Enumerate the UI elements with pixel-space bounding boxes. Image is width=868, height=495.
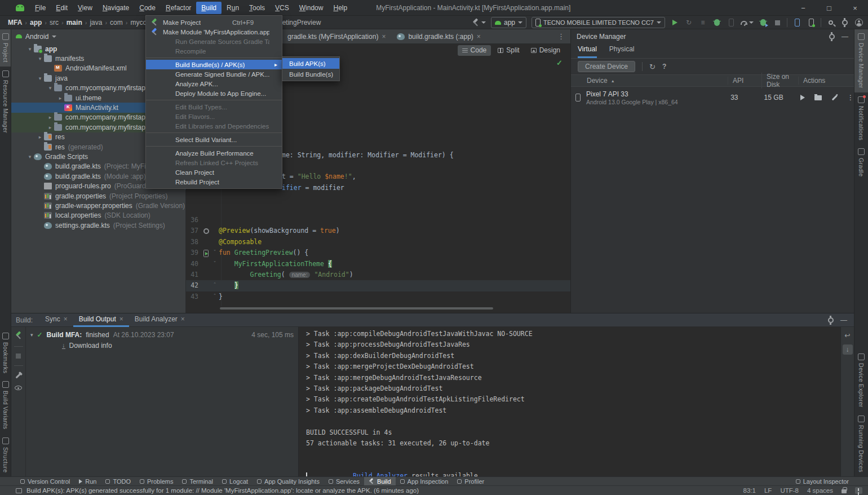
code-line[interactable]: 39ˇfun GreetingPreview() { [186,248,570,258]
status-message[interactable]: Build APK(s): APK(s) generated successfu… [26,487,419,494]
breadcrumb-item[interactable]: app › [29,19,48,26]
close-icon[interactable]: × [181,315,185,323]
close-icon[interactable]: × [64,315,68,323]
menu-item[interactable]: Edit Build Types... [146,102,282,112]
menu-item[interactable]: Analyze APK... [146,79,282,89]
menu-item[interactable]: Recompile [146,46,282,58]
tool-window-button[interactable]: App Quality Insights [253,477,324,486]
editor-tab[interactable]: build.gradle.kts (:app) × [391,29,486,44]
attach-debugger-icon[interactable] [759,18,768,27]
settings-gear-icon[interactable] [840,18,849,27]
menu-item[interactable]: Generate Signed Bundle / APK... [146,69,282,79]
debug-button[interactable] [712,18,721,27]
settings-gear-icon[interactable] [829,34,835,39]
breadcrumb-tail[interactable]: reetingPreview [276,19,321,26]
tree-item[interactable]: local.properties (SDK Location) [11,211,185,220]
run-preview-gutter-icon[interactable] [202,248,211,258]
menubar-item[interactable]: Help [328,2,352,14]
build-panel-tab[interactable]: Build Analyzer × [129,313,191,327]
code-line[interactable]: 37@Preview(showBackground = true) [186,226,570,236]
tool-strip-item[interactable]: Build Variants [0,377,11,433]
stop-icon[interactable] [16,353,21,359]
tool-strip-item[interactable]: Notifications [854,92,868,144]
close-icon[interactable]: × [477,33,481,41]
code-line[interactable]: 38@Composable [186,237,570,248]
tool-strip-item[interactable]: Gradle [854,144,868,180]
menu-item[interactable]: Select Build Variant... [146,135,282,147]
device-manager-tab[interactable]: Physical [609,45,635,58]
code-line[interactable]: 41 Greeting( name: "Android") [186,269,570,280]
profiler-gauge-icon[interactable] [741,21,754,25]
tool-strip-item[interactable]: Running Devices [854,412,868,476]
launch-device-icon[interactable] [800,95,805,100]
close-icon[interactable]: × [119,315,123,323]
tool-window-button[interactable]: Build [364,477,395,486]
column-api[interactable]: API [728,77,761,85]
refresh-icon[interactable]: ↻ [649,63,656,71]
code-line[interactable]: 42ˆ } [186,280,570,291]
device-select[interactable]: TECNO MOBILE LIMITED TECNO CC7 [532,17,665,28]
more-options-icon[interactable]: ⋮ [552,32,570,41]
apply-code-changes-icon[interactable]: ≡ [698,18,707,27]
chevron-down-icon[interactable]: ▾ [30,332,33,338]
breadcrumb-item[interactable]: src › [48,19,65,26]
caret-position[interactable]: 83:1 [743,487,756,494]
event-log-icon[interactable] [16,488,22,493]
breadcrumb-item[interactable]: MFA › [7,19,29,26]
column-size[interactable]: Size on Disk [761,73,798,89]
tree-expand-icon[interactable]: ▸ [46,125,54,130]
indent-setting[interactable]: 4 spaces [807,487,833,494]
maximize-button[interactable]: □ [816,0,842,16]
breadcrumb-item[interactable]: com › [109,19,129,26]
tool-strip-item[interactable]: Device Manager [854,29,868,92]
menubar-item[interactable]: Tools [244,2,270,14]
menubar-item[interactable]: Run [222,2,244,14]
build-hammer-icon[interactable] [15,332,23,339]
preview-settings-gutter-icon[interactable] [202,226,211,236]
tree-expand-icon[interactable]: ▾ [36,56,44,61]
tool-strip-item[interactable]: Device Explorer [854,350,868,412]
menubar-item[interactable]: Build [196,2,222,14]
tree-expand-icon[interactable]: ▾ [36,76,44,81]
tool-strip-item[interactable]: Project [0,29,11,67]
tool-window-button[interactable]: Services [324,477,364,486]
tool-window-button[interactable]: Logcat [218,477,253,486]
scroll-to-end-icon[interactable]: ↓ [843,344,853,355]
view-mode-button[interactable]: Design [526,45,565,56]
column-device[interactable]: Device [587,77,608,85]
tool-strip-item[interactable]: Structure [0,434,11,476]
menu-item[interactable]: Rebuild Project [146,177,282,187]
code-line[interactable]: 40ˇ MyFirstApplicationTheme { [186,259,570,269]
tree-item[interactable]: settings.gradle.kts (Project Settings) [11,220,185,230]
tool-window-button[interactable]: App Inspection [396,477,453,486]
settings-gear-icon[interactable] [828,317,834,323]
breadcrumb-item[interactable]: main › [65,19,89,26]
notifications-icon[interactable] [855,487,862,494]
tree-expand-icon[interactable]: ▾ [26,154,34,160]
breadcrumb-item[interactable]: java › [88,19,109,26]
soft-wrap-icon[interactable]: ↩ [843,330,853,341]
build-hammer-icon[interactable] [472,19,486,26]
submenu-item[interactable]: Build APK(s) [282,58,339,69]
device-more-icon[interactable]: ⋮ [847,94,854,101]
tree-expand-icon[interactable]: ▾ [46,85,54,91]
device-manager-tab[interactable]: Virtual [578,45,597,58]
menu-item[interactable]: Clean Project [146,167,282,177]
help-icon[interactable]: ? [662,63,666,70]
tool-window-button[interactable]: TODO [101,477,135,486]
menubar-item[interactable]: View [73,2,98,14]
tree-item[interactable]: gradle.properties (Project Properties) [11,191,185,201]
menubar-item[interactable]: Navigate [98,2,134,14]
view-mode-button[interactable]: Split [493,45,524,56]
download-info-row[interactable]: ↓ Download info [26,340,298,351]
layout-inspector-button[interactable]: Layout Inspector [796,478,868,485]
tool-window-button[interactable]: Version Control [16,477,74,486]
device-row[interactable]: Pixel 7 API 33 Android 13.0 Google Play … [571,87,854,108]
submenu-item[interactable]: Build Bundle(s) [282,69,339,79]
minimize-button[interactable]: − [790,0,816,16]
menu-item[interactable]: Edit Libraries and Dependencies... [146,121,282,133]
pair-devices-icon[interactable] [807,18,816,27]
profile-low-overhead-icon[interactable] [727,18,736,27]
menubar-item[interactable]: File [30,2,51,14]
tree-expand-icon[interactable]: ▸ [36,134,44,140]
